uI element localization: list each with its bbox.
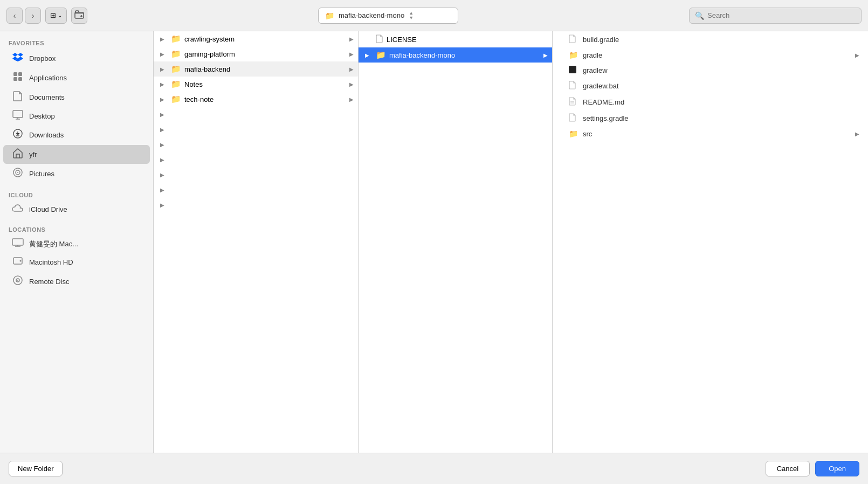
file-name: src	[583, 130, 592, 138]
sidebar-item-downloads[interactable]: Downloads	[3, 126, 150, 144]
folder-icon: 📁	[171, 64, 181, 74]
text-file-icon	[569, 96, 578, 107]
list-item[interactable]: gradlew.bat	[553, 78, 868, 94]
svg-rect-18	[569, 66, 576, 73]
list-item[interactable]: ▶	[154, 152, 358, 167]
list-item[interactable]: gradlew	[553, 63, 868, 78]
expand-arrow-tech: ▶	[160, 96, 168, 102]
list-item[interactable]: README.md	[553, 94, 868, 110]
downloads-icon	[12, 128, 24, 142]
list-item[interactable]: ▶ 📁 Notes ▶	[154, 77, 358, 92]
file-name: gradlew	[583, 66, 608, 74]
expand-arrow-empty2: ▶	[160, 127, 168, 133]
list-item[interactable]: ▶ 📁 tech-note ▶	[154, 92, 358, 107]
search-input[interactable]	[707, 11, 856, 19]
list-item[interactable]: ▶	[154, 167, 358, 182]
right-arrow-gaming: ▶	[349, 51, 354, 57]
column-3: build.gradle 📁 gradle ▶ gradlew	[553, 31, 868, 453]
path-stepper-arrows[interactable]: ▲ ▼	[409, 11, 414, 20]
right-arrow-notes: ▶	[349, 81, 354, 87]
right-arrow-mafia: ▶	[349, 66, 354, 72]
list-item[interactable]: ▶ 📁 crawling-system ▶	[154, 31, 358, 46]
path-text: mafia-backend-mono	[339, 11, 404, 19]
sidebar-item-remote-disc-label: Remote Disc	[29, 278, 69, 286]
list-item[interactable]: ▶	[154, 122, 358, 137]
search-bar[interactable]: 🔍	[689, 8, 862, 24]
expand-arrow-empty3: ▶	[160, 142, 168, 148]
open-button[interactable]: Open	[815, 461, 859, 476]
view-dropdown-arrow: ⌄	[58, 12, 62, 18]
list-item[interactable]: ▶ 📁 mafia-backend-mono ▶	[359, 47, 552, 63]
cancel-button[interactable]: Cancel	[766, 461, 810, 476]
expand-arrow-empty4: ▶	[160, 157, 168, 163]
list-item[interactable]: ▶	[154, 107, 358, 122]
view-toggle-button[interactable]: ⊞ ⌄	[45, 8, 67, 24]
path-control[interactable]: 📁 mafia-backend-mono ▲ ▼	[318, 8, 458, 24]
disc-icon	[12, 275, 24, 288]
favorites-header: Favorites	[0, 36, 153, 49]
list-item[interactable]: ▶ 📁 gaming-platform ▶	[154, 46, 358, 61]
right-arrow-src: ▶	[855, 131, 864, 137]
desktop-icon	[12, 110, 24, 122]
new-folder-button[interactable]: New Folder	[9, 461, 63, 476]
sidebar-item-applications[interactable]: Applications	[3, 68, 150, 87]
expand-arrow-empty5: ▶	[160, 172, 168, 178]
sidebar-item-documents[interactable]: Documents	[3, 88, 150, 107]
list-item[interactable]: ▶	[154, 182, 358, 197]
file-name: build.gradle	[583, 36, 619, 44]
sidebar-item-mac-label: 黄健旻的 Mac...	[29, 239, 78, 249]
sidebar-item-remote-disc[interactable]: Remote Disc	[3, 272, 150, 291]
bottom-bar: New Folder Cancel Open	[0, 453, 868, 484]
sidebar-item-dropbox[interactable]: Dropbox	[3, 49, 150, 68]
search-icon: 🔍	[695, 11, 704, 20]
action-buttons: Cancel Open	[766, 461, 859, 476]
expand-arrow-gaming: ▶	[160, 51, 168, 57]
list-item[interactable]: ▶	[154, 137, 358, 152]
folder-icon: 📁	[171, 34, 181, 44]
svg-point-11	[17, 172, 18, 173]
executable-icon	[569, 66, 578, 75]
forward-button[interactable]: ›	[25, 8, 41, 24]
forward-icon: ›	[32, 11, 35, 20]
back-icon: ‹	[13, 11, 16, 20]
sidebar-item-desktop[interactable]: Desktop	[3, 107, 150, 125]
svg-rect-12	[12, 239, 23, 245]
locations-header: Locations	[0, 222, 153, 235]
sidebar-item-icloud-label: iCloud Drive	[29, 205, 67, 213]
sidebar-item-pictures[interactable]: Pictures	[3, 164, 150, 183]
expand-arrow-empty7: ▶	[160, 202, 168, 208]
applications-icon	[12, 71, 24, 85]
sidebar-item-icloud-drive[interactable]: iCloud Drive	[3, 201, 150, 218]
column-2: LICENSE ▶ 📁 mafia-backend-mono ▶	[359, 31, 553, 453]
back-button[interactable]: ‹	[6, 8, 23, 24]
expand-arrow-mafia: ▶	[160, 66, 168, 72]
icloud-icon	[12, 204, 24, 215]
list-item[interactable]: ▶	[154, 197, 358, 212]
right-arrow-crawling: ▶	[349, 36, 354, 42]
sidebar-item-documents-label: Documents	[29, 93, 65, 101]
view-columns-icon: ⊞	[50, 11, 56, 19]
column-1: ▶ 📁 crawling-system ▶ ▶ 📁 gaming-platfor…	[154, 31, 359, 453]
new-folder-icon	[74, 10, 84, 20]
list-item[interactable]: 📁 gradle ▶	[553, 47, 868, 63]
sidebar-item-downloads-label: Downloads	[29, 131, 64, 139]
item-label: mafia-backend	[184, 65, 346, 73]
sidebar-item-mac[interactable]: 黄健旻的 Mac...	[3, 236, 150, 252]
sidebar: Favorites Dropbox Applications Documents…	[0, 31, 154, 453]
file-icon	[569, 113, 578, 123]
file-name: gradlew.bat	[583, 82, 619, 90]
list-item[interactable]: LICENSE	[359, 31, 552, 47]
list-item[interactable]: 📁 src ▶	[553, 126, 868, 141]
sidebar-item-desktop-label: Desktop	[29, 112, 55, 120]
sidebar-item-yfr[interactable]: yfr	[3, 145, 150, 164]
right-arrow-tech: ▶	[349, 96, 354, 102]
computer-icon	[12, 238, 24, 250]
list-item[interactable]: settings.gradle	[553, 110, 868, 126]
folder-icon: 📁	[569, 51, 578, 59]
new-folder-toolbar-button[interactable]	[71, 8, 87, 24]
list-item[interactable]: build.gradle	[553, 31, 868, 47]
svg-rect-7	[13, 110, 23, 117]
sidebar-item-macintosh-hd[interactable]: Macintosh HD	[3, 253, 150, 272]
list-item[interactable]: ▶ 📁 mafia-backend ▶	[154, 61, 358, 77]
item-label: mafia-backend-mono	[389, 51, 540, 59]
